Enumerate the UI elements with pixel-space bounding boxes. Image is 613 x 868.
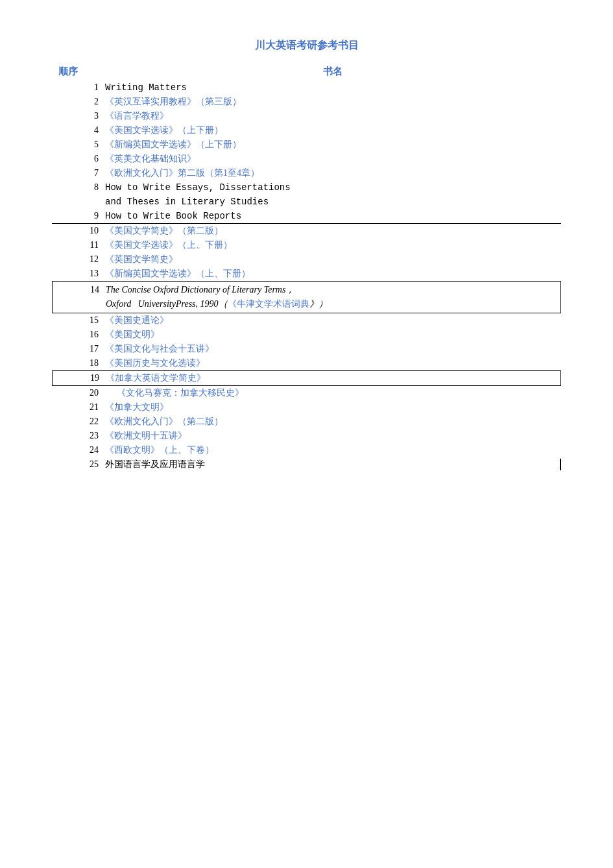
row-number: 15	[52, 313, 104, 328]
book-title: The Concise Oxford Dictionary of Literar…	[104, 282, 560, 313]
row-number: 14	[53, 282, 104, 297]
row-number: 8	[52, 180, 104, 195]
book-title: 《新编英国文学选读》（上下册）	[104, 138, 561, 152]
table-row: 1 Writing Matters	[52, 80, 561, 95]
table-row: 20 《文化马赛克：加拿大移民史》	[52, 386, 561, 400]
table-row: 5 《新编英国文学选读》（上下册）	[52, 138, 561, 152]
row-number: 13	[52, 267, 104, 281]
page-container: 川大英语考研参考书目 顺序 书名 1 Writing Matters 2 《英汉…	[0, 0, 613, 868]
book-title: How to Write Book Reports	[104, 209, 561, 223]
table-row: 17 《美国文化与社会十五讲》	[52, 342, 561, 356]
row-number: 22	[52, 415, 104, 429]
row-number: 23	[52, 429, 104, 443]
row-number: 5	[52, 138, 104, 152]
book-title: 《美国文化与社会十五讲》	[104, 342, 561, 356]
table-row: 11 《美国文学选读》（上、下册）	[52, 238, 561, 252]
book-title: Writing Matters	[104, 80, 561, 95]
table-row: 3 《语言学教程》	[52, 109, 561, 123]
row-number: 16	[52, 328, 104, 342]
book-title: 《加拿大英语文学简史》	[104, 371, 560, 385]
table-row: 7 《欧洲文化入门》第二版（第1至4章）	[52, 166, 561, 180]
row-number: 18	[52, 356, 104, 370]
table-row: 2 《英汉互译实用教程》（第三版）	[52, 95, 561, 109]
table-row: 14 The Concise Oxford Dictionary of Lite…	[52, 281, 561, 313]
row-number: 6	[52, 152, 104, 166]
book-title: 《美国文明》	[104, 328, 561, 342]
table-row: 23 《欧洲文明十五讲》	[52, 429, 561, 443]
table-row: 24 《西欧文明》（上、下卷）	[52, 443, 561, 457]
row-number: 7	[52, 166, 104, 180]
header-col-index: 顺序	[52, 66, 104, 78]
row-number: 19	[53, 371, 104, 385]
row-number: 11	[52, 238, 104, 252]
row-number: 4	[52, 123, 104, 138]
table-row: 10 《美国文学简史》（第二版）	[52, 224, 561, 238]
table-row: 25 外国语言学及应用语言学	[52, 457, 561, 472]
row-number: 9	[52, 209, 104, 223]
table-row: 13 《新编英国文学选读》（上、下册）	[52, 267, 561, 281]
book-title: 《文化马赛克：加拿大移民史》	[104, 386, 561, 400]
book-title: 《西欧文明》（上、下卷）	[104, 443, 561, 457]
book-title: 《美国历史与文化选读》	[104, 356, 561, 370]
row-number: 2	[52, 95, 104, 109]
table-row: 21 《加拿大文明》	[52, 400, 561, 415]
book-title: 《英国文学简史》	[104, 252, 561, 267]
row-number: 24	[52, 443, 104, 457]
table-row: 8 How to Write Essays, Dissertations and…	[52, 180, 561, 209]
book-title: 《美国文学选读》（上下册）	[104, 123, 561, 138]
row-number: 25	[52, 457, 104, 472]
right-border-bar	[560, 459, 561, 470]
row-number: 21	[52, 400, 104, 415]
book-title: 外国语言学及应用语言学	[104, 457, 561, 472]
table-row: 16 《美国文明》	[52, 328, 561, 342]
table-row: 6 《英美文化基础知识》	[52, 152, 561, 166]
table-row: 19 《加拿大英语文学简史》	[52, 370, 561, 386]
book-title: 《美国文学简史》（第二版）	[104, 224, 561, 238]
page-title: 川大英语考研参考书目	[52, 39, 561, 53]
table-row: 9 How to Write Book Reports	[52, 209, 561, 224]
row-number: 17	[52, 342, 104, 356]
book-title: 《欧洲文明十五讲》	[104, 429, 561, 443]
book-list: 1 Writing Matters 2 《英汉互译实用教程》（第三版） 3 《语…	[52, 80, 561, 472]
header-col-title: 书名	[104, 66, 561, 78]
row-number: 12	[52, 252, 104, 267]
row-number: 3	[52, 109, 104, 123]
book-title: 《加拿大文明》	[104, 400, 561, 415]
book-title: 《美国史通论》	[104, 313, 561, 328]
book-title: 《英美文化基础知识》	[104, 152, 561, 166]
row-number: 20	[52, 386, 104, 400]
book-title: 《美国文学选读》（上、下册）	[104, 238, 561, 252]
table-row: 12 《英国文学简史》	[52, 252, 561, 267]
book-title: 《新编英国文学选读》（上、下册）	[104, 267, 561, 281]
table-row: 4 《美国文学选读》（上下册）	[52, 123, 561, 138]
table-header: 顺序 书名	[52, 66, 561, 78]
row-number: 1	[52, 80, 104, 95]
table-row: 18 《美国历史与文化选读》	[52, 356, 561, 370]
row-number: 10	[52, 224, 104, 238]
book-title: 《英汉互译实用教程》（第三版）	[104, 95, 561, 109]
book-title: How to Write Essays, Dissertations and T…	[104, 180, 561, 209]
book-title: 《欧洲文化入门》第二版（第1至4章）	[104, 166, 561, 180]
book-title-text: 外国语言学及应用语言学	[105, 457, 205, 472]
table-row: 22 《欧洲文化入门》（第二版）	[52, 415, 561, 429]
table-row: 15 《美国史通论》	[52, 313, 561, 328]
book-title: 《欧洲文化入门》（第二版）	[104, 415, 561, 429]
book-title: 《语言学教程》	[104, 109, 561, 123]
